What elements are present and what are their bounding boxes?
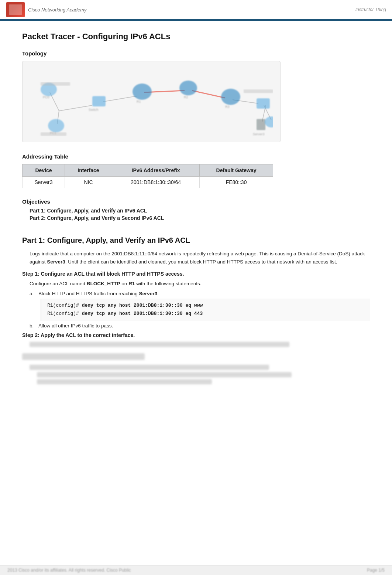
step1-sub: Configure an ACL named BLOCK_HTTP on R1 … [30, 280, 370, 288]
step1a-letter: a. [30, 291, 35, 296]
topology-heading: Topology [22, 50, 370, 57]
cell-device: Server3 [23, 177, 65, 188]
objectives-heading: Objectives [22, 198, 370, 205]
cisco-logo [6, 2, 25, 17]
svg-rect-25 [41, 82, 70, 86]
topology-svg: PC0 PC1 Switch R1 R2 R3 [30, 63, 273, 140]
code-cmd-1: deny tcp any host 2001:DB8:1:30::30 eq w… [82, 303, 203, 308]
blurred-content-2 [30, 365, 362, 370]
svg-point-17 [179, 81, 197, 95]
svg-text:R1: R1 [137, 100, 141, 103]
step1b-letter: b. [30, 323, 35, 329]
blurred-line-3 [37, 372, 292, 377]
step1-title: Step 1: Configure an ACL that will block… [22, 271, 370, 277]
objective-item-1: Part 1: Configure, Apply, and Verify an … [30, 208, 370, 214]
page-footer: 2013 Cisco and/or its affiliates. All ri… [0, 565, 392, 575]
step1a-item: a. Block HTTP and HTTPS traffic from rea… [30, 291, 370, 296]
cell-ipv6: 2001:DB8:1:30::30/64 [112, 177, 199, 188]
blurred-line-1 [30, 342, 289, 347]
cell-interface: NIC [65, 177, 112, 188]
svg-text:R3: R3 [225, 105, 230, 109]
blurred-content-1 [30, 342, 362, 347]
svg-line-3 [192, 91, 225, 98]
topology-container: PC0 PC1 Switch R1 R2 R3 [22, 61, 281, 142]
header-subtitle: Instructor Thing [355, 7, 386, 12]
svg-rect-13 [92, 96, 106, 106]
logo-area: Cisco Networking Academy [6, 2, 86, 17]
objective-item-2: Part 2: Configure, Apply, and Verify a S… [30, 215, 370, 221]
svg-point-11 [48, 119, 64, 132]
step1b-item: b. Allow all other IPv6 traffic to pass. [30, 323, 370, 329]
main-content: Packet Tracer - Configuring IPv6 ACLs To… [0, 21, 392, 431]
addressing-table-heading: Addressing Table [22, 153, 370, 160]
col-ipv6: IPv6 Address/Prefix [112, 164, 199, 177]
svg-rect-21 [257, 98, 270, 109]
topology-diagram: PC0 PC1 Switch R1 R2 R3 [22, 61, 281, 142]
svg-text:Server3: Server3 [253, 132, 265, 136]
addressing-table: Device Interface IPv6 Address/Prefix Def… [22, 164, 273, 188]
footer-left-text: 2013 Cisco and/or its affiliates. All ri… [7, 568, 131, 573]
objectives-section: Objectives Part 1: Configure, Apply, and… [22, 198, 370, 221]
code-block-1: R1(config)# deny tcp any host 2001:DB8:1… [41, 299, 370, 321]
svg-point-15 [133, 84, 152, 100]
code-cmd-2: deny tcp any host 2001:DB8:1:30::30 eq 4… [82, 311, 203, 316]
svg-rect-27 [41, 132, 66, 136]
svg-line-0 [59, 105, 92, 111]
page-header: Cisco Networking Academy Instructor Thin… [0, 0, 392, 21]
col-gateway: Default Gateway [200, 164, 273, 177]
step1b-text: Allow all other IPv6 traffic to pass. [38, 323, 113, 329]
code-prompt-1: R1(config)# [47, 303, 82, 308]
part1-title: Part 1: Configure, Apply, and Verify an … [22, 230, 370, 245]
page-title: Packet Tracer - Configuring IPv6 ACLs [22, 32, 370, 41]
col-device: Device [23, 164, 65, 177]
header-title: Cisco Networking Academy [28, 7, 86, 13]
cell-gateway: FE80::30 [200, 177, 273, 188]
svg-line-1 [103, 96, 137, 102]
blurred-line-4 [37, 379, 212, 384]
step1a-text: Block HTTP and HTTPS traffic from reachi… [38, 291, 159, 296]
blurred-step3-heading [22, 351, 362, 362]
part1-intro: Logs indicate that a computer on the 200… [30, 250, 370, 266]
svg-point-19 [221, 89, 240, 105]
step2-title: Step 2: Apply the ACL to the correct int… [22, 332, 370, 338]
blurred-line-2 [30, 365, 269, 370]
table-row: Server3 NIC 2001:DB8:1:30::30/64 FE80::3… [23, 177, 273, 188]
col-interface: Interface [65, 164, 112, 177]
blurred-step3-title [22, 353, 145, 360]
footer-spacer [22, 387, 370, 416]
blurred-content-3 [37, 372, 355, 384]
svg-text:Switch: Switch [89, 108, 99, 112]
svg-text:R2: R2 [184, 95, 188, 99]
code-prompt-2: R1(config)# [47, 311, 82, 316]
svg-point-24 [265, 116, 273, 127]
svg-text:PC0: PC0 [43, 95, 49, 99]
svg-rect-26 [244, 89, 273, 93]
footer-right-text: Page 1/5 [367, 568, 385, 573]
svg-rect-22 [257, 119, 265, 130]
